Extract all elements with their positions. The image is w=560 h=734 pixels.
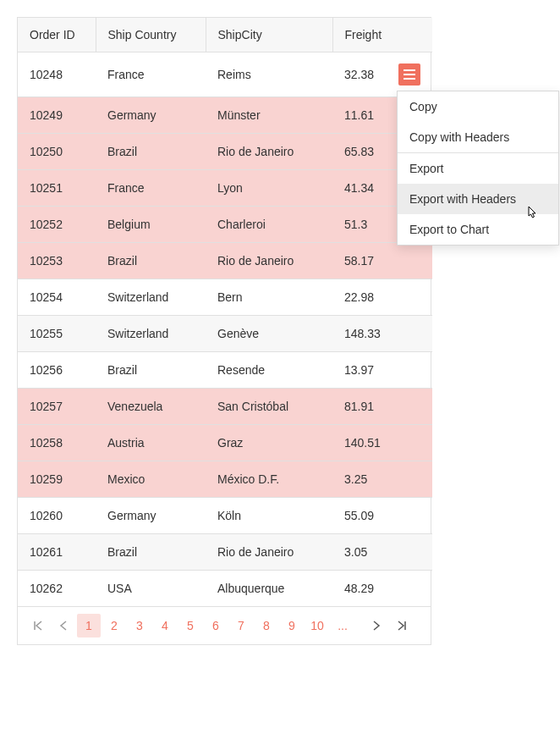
orders-table: Order ID Ship Country ShipCity Freight 1… [18,18,432,606]
pager-last-icon[interactable] [390,614,414,637]
cell-order-id: 10259 [18,461,96,498]
table-row[interactable]: 10256BrazilResende13.97 [18,352,432,389]
cell-ship-city: Bern [206,279,332,316]
cell-order-id: 10256 [18,352,96,389]
table-row[interactable]: 10252BelgiumCharleroi51.3 [18,207,432,243]
freight-value: 32.38 [344,68,374,81]
context-menu-item[interactable]: Export [398,153,558,184]
cell-ship-city: Lyon [206,170,332,207]
cell-ship-country: France [96,170,206,207]
cell-ship-city: Münster [206,97,332,134]
pager-page[interactable]: 1 [77,614,101,637]
table-row[interactable]: 10259MexicoMéxico D.F.3.25 [18,461,432,498]
cell-freight: 3.05 [332,534,432,571]
cell-order-id: 10258 [18,425,96,461]
pager-first-icon[interactable] [26,614,50,637]
cell-ship-city: Charleroi [206,207,332,243]
cell-order-id: 10248 [18,52,96,97]
cell-ship-city: Reims [206,52,332,97]
row-menu-icon[interactable] [398,63,420,86]
cell-order-id: 10260 [18,498,96,534]
pager-ellipsis[interactable]: ... [331,614,354,637]
pager-page[interactable]: 4 [153,614,177,637]
table-row[interactable]: 10251FranceLyon41.34 [18,170,432,207]
cell-ship-country: Switzerland [96,279,206,316]
context-menu-item[interactable]: Export to Chart [398,214,558,245]
pager-page[interactable]: 10 [305,614,329,637]
cell-order-id: 10251 [18,170,96,207]
cell-freight: 48.29 [332,571,432,607]
table-row[interactable]: 10257VenezuelaSan Cristóbal81.91 [18,389,432,425]
context-menu-item[interactable]: Export with Headers [398,184,558,214]
cell-ship-city: México D.F. [206,461,332,498]
cell-order-id: 10261 [18,534,96,571]
cell-freight: 55.09 [332,498,432,534]
cell-ship-country: Brazil [96,534,206,571]
pager-page[interactable]: 2 [102,614,126,637]
cell-ship-country: Austria [96,425,206,461]
cell-ship-country: Brazil [96,352,206,389]
cell-ship-country: Belgium [96,207,206,243]
cell-freight: 3.25 [332,461,432,498]
cell-order-id: 10257 [18,389,96,425]
cell-ship-city: Rio de Janeiro [206,243,332,279]
cell-ship-city: Resende [206,352,332,389]
cell-ship-country: Switzerland [96,316,206,352]
cell-order-id: 10254 [18,279,96,316]
table-row[interactable]: 10255SwitzerlandGenève148.33 [18,316,432,352]
table-row[interactable]: 10261BrazilRio de Janeiro3.05 [18,534,432,571]
table-row[interactable]: 10253BrazilRio de Janeiro58.17 [18,243,432,279]
pager-page[interactable]: 6 [204,614,228,637]
pager-page[interactable]: 8 [255,614,278,637]
table-row[interactable]: 10260GermanyKöln55.09 [18,498,432,534]
pager-page[interactable]: 9 [280,614,304,637]
col-header-ship-city[interactable]: ShipCity [206,18,332,52]
header-row: Order ID Ship Country ShipCity Freight [18,18,432,52]
cell-ship-country: France [96,52,206,97]
pager-page[interactable]: 7 [229,614,253,637]
cell-freight: 148.33 [332,316,432,352]
col-header-freight[interactable]: Freight [332,18,432,52]
cell-freight: 140.51 [332,425,432,461]
cell-ship-country: USA [96,571,206,607]
pager-next-icon[interactable] [365,614,388,637]
data-grid: Order ID Ship Country ShipCity Freight 1… [17,17,431,645]
cell-ship-city: Graz [206,425,332,461]
cell-freight: 81.91 [332,389,432,425]
cell-ship-city: Rio de Janeiro [206,534,332,571]
cell-ship-country: Venezuela [96,389,206,425]
cell-order-id: 10262 [18,571,96,607]
table-row[interactable]: 10249GermanyMünster11.61 [18,97,432,134]
context-menu-item[interactable]: Copy with Headers [398,122,558,152]
pager: 12345678910 ... [18,606,431,644]
cell-ship-city: Albuquerque [206,571,332,607]
col-header-ship-country[interactable]: Ship Country [96,18,206,52]
cell-order-id: 10249 [18,97,96,134]
table-row[interactable]: 10248FranceReims32.38 [18,52,432,97]
cell-order-id: 10255 [18,316,96,352]
cell-ship-city: San Cristóbal [206,389,332,425]
cell-order-id: 10252 [18,207,96,243]
cell-order-id: 10253 [18,243,96,279]
context-menu-item[interactable]: Copy [398,91,558,122]
cell-freight: 22.98 [332,279,432,316]
table-row[interactable]: 10254SwitzerlandBern22.98 [18,279,432,316]
cell-ship-country: Germany [96,97,206,134]
cell-ship-country: Mexico [96,461,206,498]
pager-page[interactable]: 5 [178,614,202,637]
cell-ship-country: Brazil [96,243,206,279]
cell-order-id: 10250 [18,134,96,170]
cell-ship-city: Rio de Janeiro [206,134,332,170]
table-row[interactable]: 10250BrazilRio de Janeiro65.83 [18,134,432,170]
pager-page[interactable]: 3 [128,614,151,637]
col-header-order-id[interactable]: Order ID [18,18,96,52]
cell-ship-country: Germany [96,498,206,534]
pager-prev-icon[interactable] [52,614,75,637]
table-row[interactable]: 10262USAAlbuquerque48.29 [18,571,432,607]
cell-ship-country: Brazil [96,134,206,170]
table-row[interactable]: 10258AustriaGraz140.51 [18,425,432,461]
cell-freight: 58.17 [332,243,432,279]
cell-ship-city: Genève [206,316,332,352]
cell-freight: 13.97 [332,352,432,389]
context-menu: CopyCopy with HeadersExportExport with H… [397,91,559,246]
